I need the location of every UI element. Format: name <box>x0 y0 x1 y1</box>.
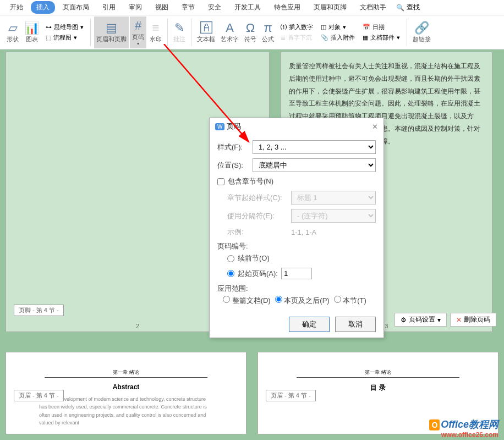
startat-input[interactable] <box>281 268 312 279</box>
tool-watermark[interactable]: ≡水印 <box>147 16 164 48</box>
wps-icon: W <box>215 123 224 130</box>
menu-security[interactable]: 安全 <box>202 1 227 14</box>
page-header-text: 第一章 绪论 <box>297 369 459 378</box>
position-select[interactable]: 底端居中 <box>253 158 376 172</box>
object-icon: ◫ <box>321 24 326 31</box>
menu-reference[interactable]: 引用 <box>97 1 121 14</box>
watermark-icon: ≡ <box>152 21 160 35</box>
page-number-dialog: W 页码 ✕ 样式(F): 1, 2, 3 ... 位置(S): 底端居中 包含… <box>209 118 384 338</box>
header-section-label: 页眉 - 第 4 节 - <box>14 390 64 401</box>
dialog-title: 页码 <box>227 122 241 130</box>
logo-badge-icon: O <box>429 419 440 430</box>
style-select[interactable]: 1, 2, 3 ... <box>253 140 376 154</box>
menu-dochelper[interactable]: 文档助手 <box>354 1 392 14</box>
include-chapter-label: 包含章节号(N) <box>228 176 273 186</box>
attach-icon: 📎 <box>321 34 328 41</box>
include-chapter-checkbox[interactable] <box>217 178 224 185</box>
close-icon[interactable]: ✕ <box>372 123 378 131</box>
separator <box>191 19 191 46</box>
logo-url: www.office26.com <box>429 431 498 439</box>
date-icon: 📅 <box>363 24 370 31</box>
page-number: 3 <box>385 323 388 329</box>
tool-shape[interactable]: ▱形状 <box>4 16 21 48</box>
scope-thispage[interactable]: 本页及之后(P) <box>275 296 330 306</box>
header-section-label: 页眉 - 第 4 节 - <box>266 390 316 401</box>
menu-insert[interactable]: 插入 <box>31 1 55 14</box>
delete-pagenum-button[interactable]: ✕删除页码 <box>450 313 496 327</box>
chevron-down-icon: ▾ <box>74 34 77 41</box>
example-value: 1-1, 1-A <box>291 228 316 236</box>
scope-heading: 应用范围: <box>217 284 376 294</box>
toolbar: ▱形状 📊图表 ⊶思维导图▾ ⬚流程图▾ ▤页眉和页脚 #页码▾ ≡水印 ✎批注… <box>0 15 504 49</box>
tool-chart[interactable]: 📊图表 <box>22 16 41 48</box>
chevron-down-icon: ▾ <box>397 34 400 41</box>
page-header-text: 第一章 绪论 <box>45 369 207 378</box>
flowchart-icon: ⬚ <box>46 34 51 41</box>
chevron-down-icon: ▾ <box>137 41 139 46</box>
ok-button[interactable]: 确定 <box>289 317 330 332</box>
startat-label: 起始页码(A): <box>238 269 278 279</box>
menu-devtools[interactable]: 开发工具 <box>229 1 266 14</box>
tool-hyperlink[interactable]: 🔗超链接 <box>410 16 433 48</box>
position-label: 位置(S): <box>217 161 249 170</box>
menu-layout[interactable]: 页面布局 <box>57 1 95 14</box>
tool-textbox[interactable]: 🄰文本框 <box>195 16 217 48</box>
page-number: 2 <box>136 323 139 329</box>
menu-special[interactable]: 特色应用 <box>269 1 306 14</box>
gear-icon: ⚙ <box>401 316 407 324</box>
tool-symbol[interactable]: Ω符号 <box>242 16 259 48</box>
menu-start[interactable]: 开始 <box>4 1 29 14</box>
tool-flowchart[interactable]: ⬚流程图▾ <box>46 34 84 42</box>
tool-insertnum[interactable]: ⑴插入数字 <box>281 23 313 31</box>
comment-icon: ✎ <box>174 21 184 35</box>
menu-view[interactable]: 视图 <box>150 1 174 14</box>
search-button[interactable]: 🔍 查找 <box>396 3 420 12</box>
tool-formula[interactable]: π公式 <box>260 16 276 48</box>
separator <box>167 19 168 46</box>
numbering-heading: 页码编号: <box>217 241 376 251</box>
docparts-icon: ▦ <box>363 34 368 41</box>
tool-headerfooter[interactable]: ▤页眉和页脚 <box>94 16 129 48</box>
tool-mindmap[interactable]: ⊶思维导图▾ <box>46 23 84 31</box>
separator-label: 使用分隔符(E): <box>227 211 288 221</box>
startat-radio[interactable] <box>227 270 234 277</box>
menu-chapter[interactable]: 章节 <box>176 1 200 14</box>
continue-radio[interactable] <box>227 255 234 262</box>
tool-wordart[interactable]: A艺术字 <box>218 16 241 48</box>
tool-dropcap[interactable]: ≣首字下沉 <box>281 34 313 42</box>
tool-attach[interactable]: 📎插入附件 <box>321 34 355 42</box>
chapter-start-label: 章节起始样式(C): <box>227 193 288 203</box>
cancel-button[interactable]: 取消 <box>335 317 376 332</box>
chevron-down-icon: ▾ <box>343 24 346 31</box>
chapter-start-select: 标题 1 <box>291 191 376 205</box>
chart-icon: 📊 <box>24 21 39 35</box>
symbol-icon: Ω <box>246 21 255 35</box>
continue-label: 续前节(O) <box>238 253 270 263</box>
tool-comment[interactable]: ✎批注 <box>171 16 188 48</box>
separator <box>90 19 91 46</box>
page-bottom-left[interactable]: 第一章 绪论 页眉 - 第 4 节 - Abstract With the de… <box>6 352 246 434</box>
chevron-down-icon: ▾ <box>80 24 84 31</box>
page-settings-button[interactable]: ⚙页码设置▾ <box>395 313 447 327</box>
textbox-icon: 🄰 <box>200 21 212 35</box>
example-label: 示例: <box>227 227 288 237</box>
footer-section-label: 页脚 - 第 4 节 - <box>14 305 64 316</box>
tool-docparts[interactable]: ▦文档部件▾ <box>363 34 400 42</box>
separator <box>407 19 407 46</box>
shape-icon: ▱ <box>8 21 18 35</box>
tool-object[interactable]: ◫对象▾ <box>321 23 355 31</box>
menu-headerfooter[interactable]: 页眉和页脚 <box>308 1 352 14</box>
dropcap-icon: ≣ <box>281 34 286 41</box>
floating-toolbar: ⚙页码设置▾ ✕删除页码 <box>395 313 496 327</box>
tool-pagenum[interactable]: #页码▾ <box>130 16 146 48</box>
watermark-logo: OOffice教程网 www.office26.com <box>429 418 498 439</box>
menubar: 开始 插入 页面布局 引用 审阅 视图 章节 安全 开发工具 特色应用 页眉和页… <box>0 0 504 15</box>
mindmap-icon: ⊶ <box>46 24 52 31</box>
delete-icon: ✕ <box>456 316 462 324</box>
tool-date[interactable]: 📅日期 <box>363 23 400 31</box>
scope-whole[interactable]: 整篇文档(D) <box>223 296 271 306</box>
scope-section[interactable]: 本节(T) <box>334 296 366 306</box>
menu-review[interactable]: 审阅 <box>123 1 147 14</box>
pagenum-icon: # <box>135 19 141 33</box>
wordart-icon: A <box>226 21 234 35</box>
